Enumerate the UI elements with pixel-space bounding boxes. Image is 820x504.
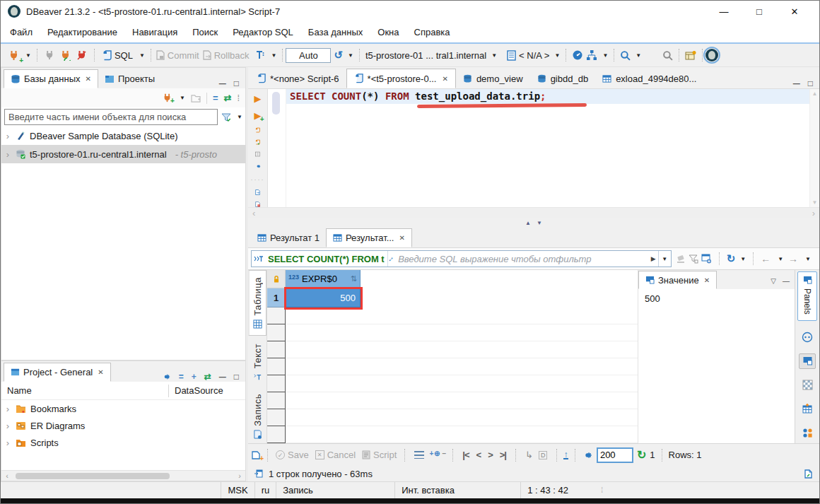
transaction-mode-button[interactable]	[254, 49, 266, 61]
calc-panel-icon[interactable]	[799, 426, 816, 441]
collapse-all-icon[interactable]: =	[179, 372, 184, 382]
menu-sql-editor[interactable]: Редактор SQL	[233, 27, 293, 37]
menu-help[interactable]: Справка	[414, 27, 450, 37]
scroll-down-icon[interactable]: ▼	[812, 199, 818, 206]
tab-exload[interactable]: exload_4994de80...	[595, 69, 703, 88]
tree-item-er-diagrams[interactable]: › ER Diagrams	[1, 417, 245, 434]
editor-results-sash[interactable]: ▲ ▼	[248, 218, 819, 228]
back-navigation-icon[interactable]: ←	[761, 253, 771, 264]
forward-navigation-icon[interactable]: →	[788, 253, 798, 264]
execute-script-new-tab-icon[interactable]	[252, 139, 263, 145]
refresh-fetch-icon[interactable]: ↻	[637, 448, 646, 462]
menu-search[interactable]: Поиск	[192, 27, 218, 37]
tab-gibdd-db[interactable]: gibdd_db	[530, 69, 596, 88]
tab-result-2-active[interactable]: Результат... ✕	[326, 228, 412, 247]
selected-value-cell[interactable]: 500	[286, 288, 361, 307]
column-header-datasource[interactable]: DataSource	[175, 385, 240, 396]
tree-item-bookmarks[interactable]: › Bookmarks	[1, 400, 245, 417]
tree-item-sample-database[interactable]: › DBeaver Sample Database (SQLite)	[1, 127, 245, 145]
active-schema-dropdown[interactable]: ▼	[554, 52, 560, 59]
fetch-all-rows-icon[interactable]: D	[539, 451, 548, 459]
refresh-dropdown[interactable]: ▼	[740, 256, 746, 262]
active-connection-dropdown[interactable]: ▼	[491, 52, 497, 59]
fetch-next-page-icon[interactable]: ↳	[525, 450, 533, 460]
new-connection-dropdown[interactable]: ▼	[25, 52, 31, 59]
metadata-panel-icon[interactable]	[799, 377, 816, 393]
filter-settings-icon[interactable]	[221, 112, 231, 122]
tab-script-7-active[interactable]: *<t5-prostore-0... ✕	[346, 69, 456, 88]
value-panel-menu-icon[interactable]: ▽	[771, 277, 776, 285]
sql-editor-button[interactable]: SQL	[100, 49, 134, 62]
open-in-new-editor-icon[interactable]: +	[251, 450, 261, 460]
back-dropdown[interactable]: ▼	[778, 256, 783, 262]
dbeaver-perspective-icon[interactable]	[705, 49, 718, 61]
search-metadata-icon[interactable]	[620, 50, 631, 61]
reconnect-button[interactable]	[59, 49, 72, 62]
expand-chevron-icon[interactable]: ›	[4, 404, 11, 414]
menu-file[interactable]: Файл	[10, 27, 33, 37]
panel-minimize-icon[interactable]: —	[219, 373, 226, 381]
row-number-cell[interactable]: 1	[267, 288, 286, 307]
presentation-tab-grid[interactable]: Таблица	[248, 270, 266, 336]
grouping-panel-icon[interactable]	[799, 329, 816, 345]
output-toggle-icon[interactable]	[803, 469, 814, 479]
close-tab-icon[interactable]: ✕	[98, 368, 103, 376]
editor-settings-gear-icon[interactable]	[252, 163, 264, 170]
link-with-editor-icon[interactable]: ⇄	[204, 372, 211, 382]
close-tab-icon[interactable]: ✕	[442, 75, 447, 83]
tab-script-6[interactable]: *<none> Script-6	[250, 69, 346, 88]
tree-item-scripts[interactable]: › Scripts	[1, 434, 245, 451]
scroll-right-icon[interactable]: ›	[812, 208, 815, 218]
grid-settings-icon[interactable]	[701, 254, 712, 264]
editor-minimize-icon[interactable]: —	[793, 80, 800, 88]
language-indicator[interactable]: ru	[254, 482, 276, 498]
editor-horizontal-scrollbar[interactable]: ‹ ›	[248, 207, 819, 218]
open-perspective-icon[interactable]	[685, 50, 696, 61]
commit-button[interactable]: Commit	[154, 49, 201, 62]
editor-vertical-scrollbar[interactable]: ▲ ▼	[809, 89, 819, 207]
filter-input-box[interactable]: SELECT COUNT(*) FROM t ↕ Введите SQL выр…	[251, 250, 672, 267]
column-header-name[interactable]: Name	[7, 385, 168, 396]
panel-maximize-icon[interactable]: □	[234, 78, 239, 88]
presentation-tab-record[interactable]: Запись	[248, 389, 266, 443]
window-close-button[interactable]: ✕	[777, 6, 812, 17]
expand-chevron-icon[interactable]: ›	[4, 421, 11, 431]
value-panel-minimize-icon[interactable]: —	[783, 277, 790, 285]
cancel-button[interactable]: ✕ Cancel	[314, 448, 357, 462]
filters-menu-icon[interactable]	[689, 254, 698, 264]
sash-down-icon[interactable]: ▼	[537, 220, 542, 226]
dashboard-icon[interactable]	[572, 49, 583, 61]
menu-edit[interactable]: Редактирование	[47, 27, 117, 37]
clear-filter-icon[interactable]	[676, 254, 686, 264]
new-folder-icon[interactable]	[191, 94, 201, 102]
transaction-mode-dropdown[interactable]: ▼	[271, 52, 277, 59]
expand-chevron-icon[interactable]: ›	[4, 438, 11, 448]
link-with-editor-icon[interactable]: ⇄	[223, 93, 231, 103]
tab-value[interactable]: Значение ✕	[638, 271, 717, 289]
menu-navigation[interactable]: Навигация	[132, 27, 177, 37]
editor-code-area[interactable]: SELECT COUNT(*) FROM test_upload_data.tr…	[286, 89, 809, 207]
network-profile-icon[interactable]	[586, 49, 597, 61]
tab-databases[interactable]: Базы данных ✕	[4, 69, 98, 88]
fetch-size-input[interactable]	[597, 447, 633, 463]
filter-apply-arrow-icon[interactable]: ▶	[649, 255, 658, 262]
close-tab-icon[interactable]: ✕	[399, 234, 405, 242]
value-viewer-panel-icon[interactable]	[799, 353, 816, 369]
tab-project-general[interactable]: Project - General ✕	[4, 363, 111, 382]
refresh-results-icon[interactable]: ↻	[727, 252, 736, 265]
commit-mode-combo[interactable]: Auto	[286, 48, 331, 63]
column-sort-filter-icon[interactable]: ⇅	[351, 274, 357, 283]
last-row-button[interactable]: >|	[500, 450, 506, 460]
generate-data-panel-icon[interactable]	[799, 402, 816, 417]
scroll-left-icon[interactable]: ‹	[252, 208, 255, 218]
unknown-datasource-icon[interactable]	[252, 201, 263, 207]
filter-dropdown[interactable]: ▼	[237, 114, 242, 120]
execute-new-tab-icon[interactable]: ▶+	[254, 110, 262, 121]
quick-search-icon[interactable]	[662, 50, 673, 61]
sql-statement-line[interactable]: SELECT COUNT(*) FROM test_upload_data.tr…	[286, 89, 809, 104]
tab-projects[interactable]: Проекты	[98, 69, 161, 88]
expand-chevron-icon[interactable]: ›	[4, 131, 11, 141]
navigator-new-connection-button[interactable]: +	[163, 93, 172, 102]
rollback-button[interactable]: Rollback	[201, 49, 251, 62]
expand-chevron-icon[interactable]: ›	[4, 149, 11, 160]
